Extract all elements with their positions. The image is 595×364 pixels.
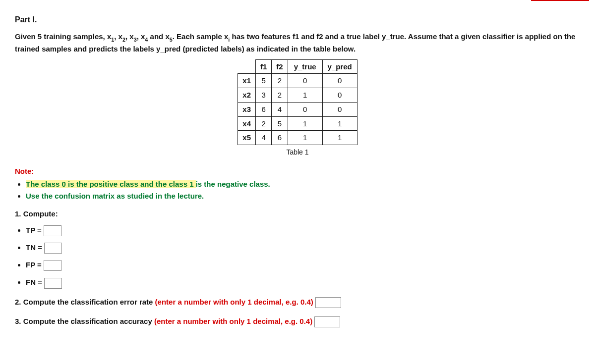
intro-seg: , x (125, 32, 134, 41)
cell: 6 (272, 131, 288, 145)
error-rate-input[interactable] (315, 297, 341, 308)
cell: 0 (322, 74, 357, 88)
cell: 0 (288, 74, 322, 88)
note-item: The class 0 is the positive class and th… (26, 179, 580, 190)
intro-text: Given 5 training samples, x1, x2, x3, x4… (15, 31, 580, 54)
tp-input[interactable] (44, 225, 61, 236)
sub-1: 1 (111, 37, 114, 43)
cell: 1 (322, 116, 357, 131)
sub-4: 4 (145, 37, 148, 43)
cell: 0 (288, 102, 322, 116)
note-tail: is the negative class. (196, 180, 270, 188)
row-name: x4 (238, 116, 256, 131)
table-header-row: f1 f2 y_true y_pred (238, 59, 357, 74)
cell: 2 (256, 116, 272, 131)
cell: 2 (272, 74, 288, 88)
cell: 1 (288, 116, 322, 131)
q3-line: 3. Compute the classification accuracy (… (15, 316, 580, 327)
intro-seg: and x (148, 32, 169, 41)
q1-title: 1. Compute: (15, 208, 580, 219)
tn-input[interactable] (44, 243, 62, 254)
intro-seg: Given 5 training samples, x (15, 32, 111, 41)
intro-seg: , x (114, 32, 122, 41)
table-container: f1 f2 y_true y_pred x1 5 2 0 0 x2 3 2 1 … (15, 59, 580, 157)
cell: 1 (288, 131, 322, 145)
cell: 3 (256, 88, 272, 103)
intro-seg: . Each sample x (173, 32, 229, 41)
fn-input[interactable] (44, 278, 62, 289)
note-label: Note: (15, 166, 580, 177)
intro-seg: , x (137, 32, 145, 41)
list-item: FP = (26, 260, 580, 271)
table-row: x2 3 2 1 0 (238, 88, 357, 103)
sub-2: 2 (122, 37, 125, 43)
cell: 4 (256, 131, 272, 145)
sub-3: 3 (134, 37, 137, 43)
cell: 5 (272, 116, 288, 131)
data-table: f1 f2 y_true y_pred x1 5 2 0 0 x2 3 2 1 … (238, 59, 357, 146)
table-row: x3 6 4 0 0 (238, 102, 357, 116)
list-item: TP = (26, 225, 580, 236)
note-highlight: The class 0 is the positive class and th… (26, 180, 169, 188)
fp-label: FP = (26, 260, 42, 269)
col-ypred: y_pred (322, 59, 357, 74)
note-highlight: class 1 (169, 180, 195, 188)
tp-label: TP = (26, 226, 42, 234)
row-name: x3 (238, 102, 256, 116)
table-row: x1 5 2 0 0 (238, 74, 357, 88)
row-name: x2 (238, 88, 256, 103)
accuracy-input[interactable] (314, 316, 340, 327)
q3-text: 3. Compute the classification accuracy (15, 317, 154, 325)
list-item: FN = (26, 277, 580, 288)
col-ytrue: y_true (288, 59, 322, 74)
cell: 5 (256, 74, 272, 88)
q1-list: TP = TN = FP = FN = (15, 225, 580, 288)
time-left-badge: Time left 2:57:45 (531, 0, 589, 1)
sub-5: 5 (170, 37, 173, 43)
col-f1: f1 (256, 59, 272, 74)
table-caption: Table 1 (15, 147, 580, 157)
note-text: The class 0 is the positive class and th… (26, 180, 270, 188)
note-item: Use the confusion matrix as studied in t… (26, 191, 580, 202)
note-list: The class 0 is the positive class and th… (15, 179, 580, 202)
cell: 0 (322, 102, 357, 116)
q2-hint: (enter a number with only 1 decimal, e.g… (155, 298, 313, 306)
cell: 1 (322, 131, 357, 145)
list-item: TN = (26, 242, 580, 254)
fn-label: FN = (26, 278, 42, 286)
cell: 2 (272, 88, 288, 103)
table-row: x4 2 5 1 1 (238, 116, 357, 131)
q3-hint: (enter a number with only 1 decimal, e.g… (154, 317, 312, 325)
table-corner (238, 59, 256, 74)
part-title: Part I. (15, 14, 580, 25)
sub-i: i (228, 37, 230, 43)
table-row: x5 4 6 1 1 (238, 131, 357, 145)
cell: 6 (256, 102, 272, 116)
q2-line: 2. Compute the classification error rate… (15, 297, 580, 308)
row-name: x5 (238, 131, 256, 145)
col-f2: f2 (272, 59, 288, 74)
q2-text: 2. Compute the classification error rate (15, 298, 155, 306)
row-name: x1 (238, 74, 256, 88)
cell: 1 (288, 88, 322, 103)
cell: 0 (322, 88, 357, 103)
note-text: Use the confusion matrix as studied in t… (26, 192, 204, 200)
tn-label: TN = (26, 243, 42, 252)
fp-input[interactable] (44, 260, 61, 271)
cell: 4 (272, 102, 288, 116)
